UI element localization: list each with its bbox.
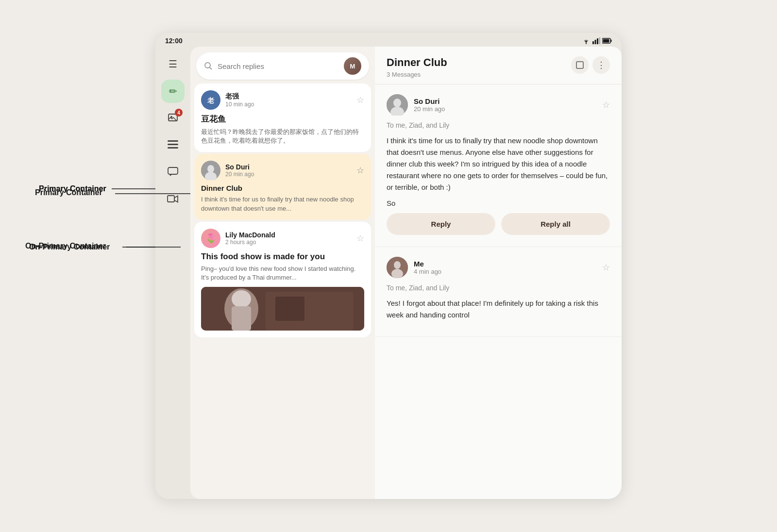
battery-icon <box>602 38 612 44</box>
message-body-soduri: I think it's time for us to finally try … <box>387 135 610 193</box>
avatar-soduri <box>201 161 220 180</box>
star-icon-laozi[interactable]: ☆ <box>356 95 364 105</box>
sender-name-soduri: So Duri <box>225 163 352 171</box>
svg-point-26 <box>232 290 251 308</box>
message-body-me: Yes! I forgot about that place! I'm defi… <box>387 298 610 321</box>
video-button[interactable] <box>161 188 185 212</box>
avatar-soduri-large <box>387 94 408 116</box>
chat-icon <box>168 167 178 179</box>
star-icon-lily[interactable]: ☆ <box>356 233 364 244</box>
svg-rect-6 <box>599 37 601 44</box>
primary-container-line <box>115 193 190 194</box>
email-image-lily <box>201 287 364 331</box>
reply-all-button[interactable]: Reply all <box>501 213 610 235</box>
message-to-soduri: To me, Ziad, and Lily <box>387 121 610 129</box>
sender-info-lily: Lily MacDonald 2 hours ago <box>225 231 352 246</box>
email-preview-soduri: I think it's time for us to finally try … <box>201 195 364 213</box>
compose-button[interactable]: ✏ <box>161 80 185 103</box>
avatar-me <box>387 257 408 278</box>
svg-rect-8 <box>611 40 612 42</box>
detail-count: 3 Messages <box>387 71 571 78</box>
sender-name-lily: Lily MacDonald <box>225 231 352 239</box>
svg-point-32 <box>393 99 401 107</box>
search-bar[interactable]: M <box>196 52 369 80</box>
svg-text:老: 老 <box>207 97 215 104</box>
chat-button[interactable] <box>161 161 185 184</box>
on-primary-container-annotation: On-Primary Container <box>25 242 106 250</box>
sender-info-soduri: So Duri 20 min ago <box>225 163 352 178</box>
sender-info-laozi: 老强 10 min ago <box>225 92 352 108</box>
email-time-lily: 2 hours ago <box>225 239 352 246</box>
video-icon <box>167 195 179 206</box>
svg-point-17 <box>205 63 210 68</box>
menu-icon: ☰ <box>169 58 177 70</box>
signal-icon <box>592 37 600 44</box>
message-time-soduri: 20 min ago <box>414 105 596 113</box>
message-sender-soduri: So Duri <box>414 97 596 105</box>
sender-block-me: Me 4 min ago <box>414 260 596 275</box>
svg-rect-5 <box>597 38 598 44</box>
status-icons <box>582 37 612 44</box>
avatar-lily: 🌷 <box>201 229 220 248</box>
sender-name-laozi: 老强 <box>225 92 352 101</box>
list-icon <box>168 140 178 151</box>
primary-container-annotation: Primary Container <box>35 188 102 197</box>
detail-title-section: Dinner Club 3 Messages <box>387 56 571 78</box>
time-display: 12:00 <box>165 37 183 45</box>
email-messages: So Duri 20 min ago ☆ To me, Ziad, and Li… <box>375 84 622 499</box>
email-item-lily[interactable]: 🌷 Lily MacDonald 2 hours ago ☆ This food… <box>194 222 371 337</box>
photo-badge: 4 <box>175 109 183 116</box>
phone-frame: 12:00 <box>155 33 622 499</box>
svg-rect-15 <box>168 167 178 174</box>
svg-rect-13 <box>168 144 178 145</box>
sidebar: ☰ ✏ 4 <box>155 47 190 499</box>
sender-block-soduri: So Duri 20 min ago <box>414 97 596 113</box>
svg-rect-3 <box>592 41 594 44</box>
svg-rect-14 <box>168 147 178 149</box>
svg-rect-30 <box>576 62 583 68</box>
expand-icon <box>576 61 584 69</box>
svg-line-18 <box>210 67 212 70</box>
svg-point-35 <box>394 261 401 269</box>
email-subject-lily: This food show is made for you <box>201 252 364 262</box>
email-subject-laozi: 豆花鱼 <box>201 114 364 125</box>
on-primary-container-line <box>122 247 181 248</box>
more-icon: ⋮ <box>597 61 606 69</box>
message-sender-me: Me <box>414 260 596 268</box>
email-detail-panel: Dinner Club 3 Messages ⋮ <box>375 47 622 499</box>
email-subject-soduri: Dinner Club <box>201 184 364 192</box>
star-icon-message-soduri[interactable]: ☆ <box>602 100 610 110</box>
compose-icon: ✏ <box>169 85 177 97</box>
search-input[interactable] <box>218 62 339 70</box>
search-icon <box>204 62 213 70</box>
status-bar: 12:00 <box>155 33 622 47</box>
svg-rect-12 <box>168 140 178 142</box>
svg-point-22 <box>207 165 214 173</box>
svg-rect-16 <box>168 196 174 202</box>
email-time-laozi: 10 min ago <box>225 101 352 108</box>
email-items-list: 老 老强 10 min ago ☆ 豆花鱼 最近忙吗？昨晚我去了你最爱的那家饭馆… <box>190 83 375 499</box>
email-item-soduri[interactable]: So Duri 20 min ago ☆ Dinner Club I think… <box>194 154 371 219</box>
message-time-me: 4 min ago <box>414 268 596 275</box>
user-avatar[interactable]: M <box>344 57 361 75</box>
detail-subject: Dinner Club <box>387 56 571 69</box>
detail-header: Dinner Club 3 Messages ⋮ <box>375 47 622 84</box>
svg-rect-29 <box>275 297 304 321</box>
email-item-laozi[interactable]: 老 老强 10 min ago ☆ 豆花鱼 最近忙吗？昨晚我去了你最爱的那家饭馆… <box>194 83 371 152</box>
menu-button[interactable]: ☰ <box>161 52 185 76</box>
reply-button[interactable]: Reply <box>387 213 495 235</box>
message-header-me: Me 4 min ago ☆ <box>387 257 610 278</box>
more-options-button[interactable]: ⋮ <box>592 56 610 74</box>
star-icon-soduri[interactable]: ☆ <box>356 165 364 176</box>
svg-point-2 <box>586 43 587 44</box>
star-icon-message-me[interactable]: ☆ <box>602 262 610 273</box>
email-time-soduri: 20 min ago <box>225 171 352 178</box>
email-preview-laozi: 最近忙吗？昨晚我去了你最爱的那家饭馆，点了他们的特色豆花鱼，吃着吃着就想你了。 <box>201 128 364 145</box>
photo-button[interactable]: 4 <box>161 107 185 130</box>
email-list-panel: M 老 <box>190 47 375 499</box>
list-button[interactable] <box>161 134 185 157</box>
message-to-me: To me, Ziad, and Lily <box>387 284 610 292</box>
detail-actions: ⋮ <box>571 56 610 74</box>
reply-actions: Reply Reply all <box>387 207 610 237</box>
expand-button[interactable] <box>571 56 589 74</box>
